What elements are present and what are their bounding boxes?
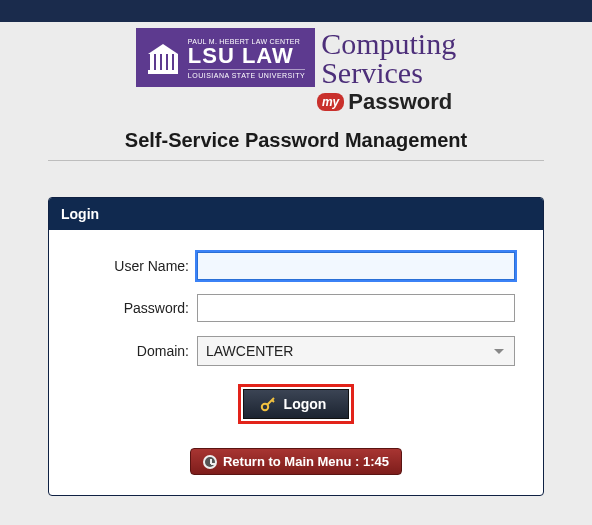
panel-header: Login: [49, 198, 543, 230]
svg-rect-3: [162, 54, 166, 70]
svg-rect-1: [150, 54, 154, 70]
username-input[interactable]: [197, 252, 515, 280]
services-word: Services: [321, 59, 456, 88]
building-icon: [146, 42, 180, 76]
logo-big: LSU LAW: [188, 45, 305, 67]
return-label: Return to Main Menu : 1:45: [223, 454, 389, 469]
computing-word: Computing: [321, 30, 456, 59]
logon-button[interactable]: Logon: [243, 389, 350, 419]
svg-marker-5: [148, 44, 178, 54]
logo-block: PAUL M. HEBERT LAW CENTER LSU LAW LOUISI…: [136, 28, 456, 115]
password-label: Password:: [77, 300, 197, 316]
domain-label: Domain:: [77, 343, 197, 359]
computing-services-text: Computing Services: [315, 28, 456, 87]
clock-icon: [203, 455, 217, 469]
lsu-law-badge: PAUL M. HEBERT LAW CENTER LSU LAW LOUISI…: [136, 28, 315, 87]
domain-select[interactable]: LAWCENTER: [197, 336, 515, 366]
svg-rect-2: [156, 54, 160, 70]
mypassword-row: my Password: [136, 89, 456, 115]
my-pill: my: [317, 93, 344, 111]
svg-rect-0: [148, 70, 178, 74]
page-title: Self-Service Password Management: [0, 129, 592, 152]
logo-row: PAUL M. HEBERT LAW CENTER LSU LAW LOUISI…: [136, 28, 456, 87]
username-row: User Name:: [77, 252, 515, 280]
password-word: Password: [348, 89, 452, 115]
header: PAUL M. HEBERT LAW CENTER LSU LAW LOUISI…: [0, 22, 592, 115]
logon-label: Logon: [284, 396, 327, 412]
logo-sub: LOUISIANA STATE UNIVERSITY: [188, 69, 305, 79]
username-label: User Name:: [77, 258, 197, 274]
return-row: Return to Main Menu : 1:45: [77, 448, 515, 475]
logon-row: Logon: [77, 384, 515, 424]
login-panel: Login User Name: Password: Domain: LAWCE…: [48, 197, 544, 496]
logon-highlight: Logon: [238, 384, 355, 424]
svg-line-9: [272, 400, 274, 402]
password-input[interactable]: [197, 294, 515, 322]
svg-rect-6: [174, 54, 178, 70]
return-button[interactable]: Return to Main Menu : 1:45: [190, 448, 402, 475]
svg-rect-4: [168, 54, 172, 70]
domain-value: LAWCENTER: [197, 336, 515, 366]
divider: [48, 160, 544, 161]
top-bar: [0, 0, 592, 22]
panel-body: User Name: Password: Domain: LAWCENTER: [49, 230, 543, 495]
password-row: Password:: [77, 294, 515, 322]
key-icon: [260, 396, 276, 412]
domain-row: Domain: LAWCENTER: [77, 336, 515, 366]
mypassword-logo: my Password: [317, 89, 452, 115]
